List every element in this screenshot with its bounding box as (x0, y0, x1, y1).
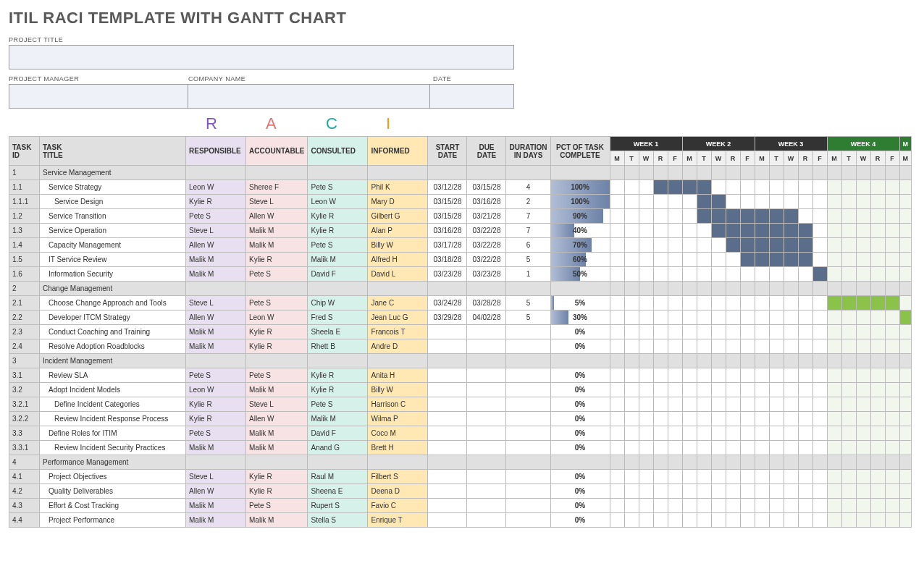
raci-c[interactable]: David F (308, 267, 368, 282)
raci-a[interactable]: Malik M (246, 426, 308, 441)
raci-i[interactable]: Mary D (368, 195, 428, 209)
pct-complete[interactable]: 0% (550, 426, 610, 441)
duration[interactable]: 7 (506, 209, 550, 224)
raci-a[interactable]: Allen W (246, 412, 308, 426)
pct-complete[interactable] (550, 354, 610, 368)
start-date[interactable] (428, 513, 467, 528)
pct-complete[interactable]: 0% (550, 397, 610, 412)
raci-r[interactable]: Malik M (186, 325, 246, 339)
due-date[interactable] (467, 368, 506, 383)
raci-i[interactable]: Filbert S (368, 470, 428, 484)
raci-i[interactable]: Enrique T (368, 513, 428, 528)
raci-r[interactable]: Leon W (186, 180, 246, 195)
raci-r[interactable]: Steve L (186, 470, 246, 484)
pct-complete[interactable]: 60% (550, 253, 610, 267)
raci-i[interactable] (368, 282, 428, 296)
duration[interactable] (506, 397, 550, 412)
raci-r[interactable]: Allen W (186, 484, 246, 499)
raci-i[interactable] (368, 354, 428, 368)
raci-a[interactable]: Sheree F (246, 180, 308, 195)
raci-c[interactable]: Kylie R (308, 383, 368, 397)
raci-a[interactable]: Malik M (246, 383, 308, 397)
due-date[interactable] (467, 426, 506, 441)
duration[interactable] (506, 339, 550, 354)
raci-r[interactable]: Malik M (186, 253, 246, 267)
start-date[interactable]: 03/23/28 (428, 267, 467, 282)
raci-a[interactable]: Allen W (246, 209, 308, 224)
pct-complete[interactable]: 0% (550, 325, 610, 339)
raci-i[interactable] (368, 166, 428, 180)
raci-c[interactable]: Raul M (308, 470, 368, 484)
raci-c[interactable]: Malik M (308, 412, 368, 426)
pct-complete[interactable] (550, 282, 610, 296)
raci-i[interactable]: Favio C (368, 499, 428, 513)
raci-a[interactable]: Malik M (246, 441, 308, 455)
raci-c[interactable] (308, 282, 368, 296)
raci-r[interactable]: Malik M (186, 441, 246, 455)
raci-r[interactable]: Malik M (186, 267, 246, 282)
start-date[interactable] (428, 368, 467, 383)
project-title-input[interactable] (9, 45, 514, 69)
raci-a[interactable] (246, 166, 308, 180)
start-date[interactable] (428, 484, 467, 499)
raci-i[interactable]: Wilma P (368, 412, 428, 426)
start-date[interactable] (428, 383, 467, 397)
raci-a[interactable]: Steve L (246, 195, 308, 209)
raci-c[interactable]: Sheela E (308, 325, 368, 339)
due-date[interactable]: 03/15/28 (467, 180, 506, 195)
duration[interactable]: 1 (506, 267, 550, 282)
due-date[interactable] (467, 412, 506, 426)
raci-a[interactable] (246, 354, 308, 368)
raci-i[interactable]: Coco M (368, 426, 428, 441)
duration[interactable] (506, 426, 550, 441)
raci-c[interactable]: Pete S (308, 238, 368, 253)
duration[interactable]: 6 (506, 238, 550, 253)
pct-complete[interactable]: 100% (550, 180, 610, 195)
duration[interactable]: 5 (506, 311, 550, 325)
raci-i[interactable]: Francois T (368, 325, 428, 339)
raci-i[interactable] (368, 455, 428, 470)
raci-c[interactable]: David F (308, 426, 368, 441)
raci-r[interactable] (186, 166, 246, 180)
raci-a[interactable]: Malik M (246, 238, 308, 253)
raci-i[interactable]: Anita H (368, 368, 428, 383)
start-date[interactable] (428, 282, 467, 296)
start-date[interactable]: 03/24/28 (428, 296, 467, 311)
raci-r[interactable]: Leon W (186, 383, 246, 397)
start-date[interactable]: 03/17/28 (428, 238, 467, 253)
due-date[interactable] (467, 499, 506, 513)
duration[interactable]: 5 (506, 253, 550, 267)
raci-i[interactable]: Jean Luc G (368, 311, 428, 325)
raci-i[interactable]: Brett H (368, 441, 428, 455)
start-date[interactable] (428, 426, 467, 441)
duration[interactable] (506, 282, 550, 296)
raci-r[interactable]: Malik M (186, 513, 246, 528)
due-date[interactable] (467, 383, 506, 397)
start-date[interactable]: 03/15/28 (428, 209, 467, 224)
raci-i[interactable]: Gilbert G (368, 209, 428, 224)
due-date[interactable] (467, 354, 506, 368)
due-date[interactable]: 03/22/28 (467, 224, 506, 238)
raci-r[interactable]: Pete S (186, 368, 246, 383)
raci-a[interactable]: Pete S (246, 296, 308, 311)
duration[interactable] (506, 166, 550, 180)
raci-c[interactable]: Rhett B (308, 339, 368, 354)
due-date[interactable] (467, 397, 506, 412)
duration[interactable]: 2 (506, 195, 550, 209)
duration[interactable] (506, 354, 550, 368)
start-date[interactable] (428, 441, 467, 455)
due-date[interactable] (467, 339, 506, 354)
raci-c[interactable]: Stella S (308, 513, 368, 528)
due-date[interactable]: 03/16/28 (467, 195, 506, 209)
raci-a[interactable]: Pete S (246, 368, 308, 383)
duration[interactable] (506, 470, 550, 484)
start-date[interactable] (428, 455, 467, 470)
start-date[interactable] (428, 470, 467, 484)
pct-complete[interactable]: 0% (550, 368, 610, 383)
pct-complete[interactable]: 0% (550, 470, 610, 484)
raci-r[interactable] (186, 354, 246, 368)
duration[interactable] (506, 441, 550, 455)
raci-c[interactable]: Leon W (308, 195, 368, 209)
start-date[interactable]: 03/15/28 (428, 195, 467, 209)
due-date[interactable] (467, 166, 506, 180)
